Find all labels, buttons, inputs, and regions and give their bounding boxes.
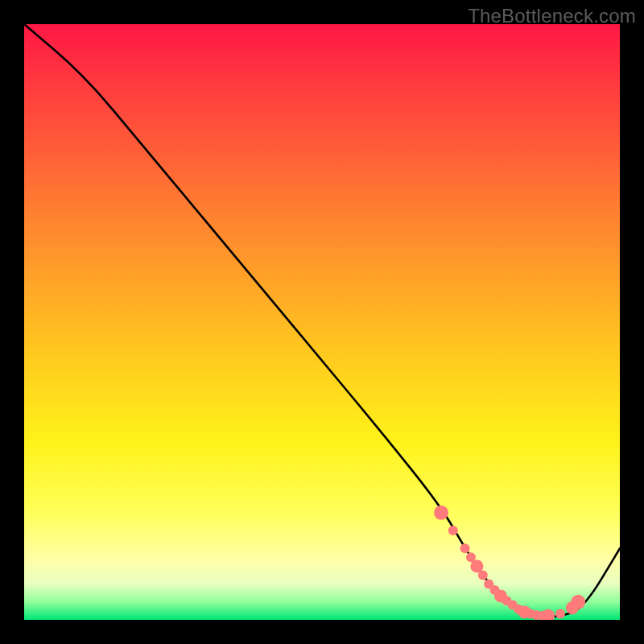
plot-area bbox=[24, 24, 620, 620]
gradient-background bbox=[24, 24, 620, 620]
chart-frame: TheBottleneck.com bbox=[0, 0, 644, 644]
watermark-label: TheBottleneck.com bbox=[468, 5, 636, 27]
